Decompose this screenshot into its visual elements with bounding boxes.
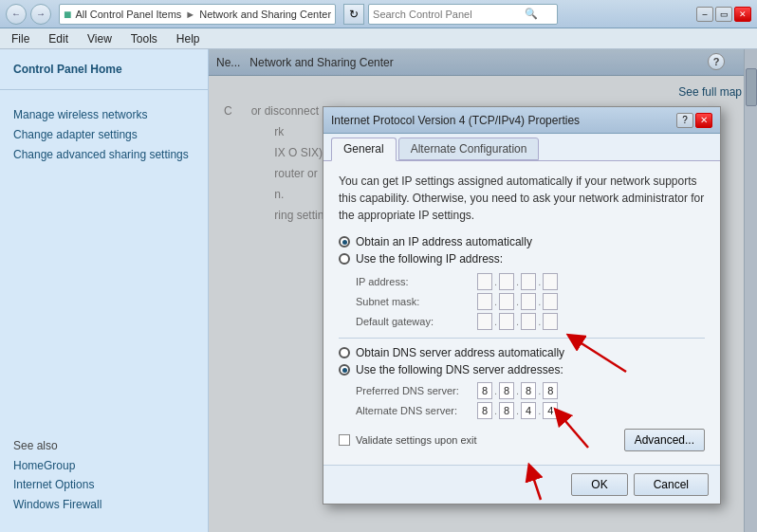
tab-general[interactable]: General (331, 138, 397, 161)
adns-sep-1: . (494, 405, 497, 416)
content-area: Ne... Network and Sharing Center See ful… (209, 49, 757, 532)
gw-cell-3[interactable] (521, 313, 536, 330)
sidebar-home-link[interactable]: Control Panel Home (13, 63, 122, 76)
ip-sep-3: . (538, 276, 541, 287)
pdns-cell-4[interactable] (543, 382, 558, 399)
auto-ip-radio[interactable]: Obtain an IP address automatically (339, 235, 705, 248)
gw-cell-4[interactable] (543, 313, 558, 330)
subnet-cell-3[interactable] (521, 293, 536, 310)
auto-ip-radio-circle (339, 236, 350, 248)
subnet-sep-1: . (494, 296, 497, 307)
tab-alternate-config[interactable]: Alternate Configuration (398, 138, 540, 160)
subnet-cell-1[interactable] (477, 293, 492, 310)
address-part-1: All Control Panel Items (75, 9, 181, 20)
close-button[interactable]: ✕ (734, 7, 751, 22)
minimize-button[interactable]: – (696, 7, 713, 22)
sidebar-item-manage-wireless[interactable]: Manage wireless networks (13, 107, 194, 123)
ip-sep-1: . (494, 276, 497, 287)
bottom-row: Validate settings upon exit Advanced... (339, 427, 705, 453)
menu-view[interactable]: View (83, 30, 116, 47)
ipv4-dialog: Internet Protocol Version 4 (TCP/IPv4) P… (323, 106, 721, 504)
gw-cell-2[interactable] (499, 313, 514, 330)
gw-sep-3: . (538, 316, 541, 327)
menu-tools[interactable]: Tools (127, 30, 161, 47)
alternate-dns-input: . . . (477, 402, 558, 419)
auto-dns-radio-circle (339, 347, 350, 358)
validate-label: Validate settings upon exit (356, 434, 477, 446)
adns-cell-4[interactable] (543, 402, 558, 419)
adns-cell-3[interactable] (521, 402, 536, 419)
forward-button[interactable]: → (30, 4, 51, 25)
pdns-cell-1[interactable] (477, 382, 492, 399)
gateway-label: Default gateway: (356, 316, 470, 327)
subnet-cell-4[interactable] (543, 293, 558, 310)
search-box[interactable]: 🔍 (368, 4, 558, 25)
validate-checkbox[interactable] (339, 434, 350, 446)
menu-file[interactable]: File (8, 30, 33, 47)
auto-dns-label: Obtain DNS server address automatically (356, 346, 564, 359)
subnet-cell-2[interactable] (499, 293, 514, 310)
title-bar-left: ← → ■ All Control Panel Items ► Network … (6, 4, 558, 25)
dialog-title-bar: Internet Protocol Version 4 (TCP/IPv4) P… (323, 107, 720, 134)
help-icon[interactable]: ? (708, 53, 725, 70)
sidebar: Control Panel Home Manage wireless netwo… (0, 49, 209, 532)
sidebar-nav-section: Manage wireless networks Change adapter … (0, 98, 208, 172)
ip-radio-group: Obtain an IP address automatically Use t… (339, 235, 705, 266)
ip-address-label: IP address: (356, 276, 470, 287)
address-part-2: Network and Sharing Center (199, 9, 331, 20)
sidebar-item-change-adapter[interactable]: Change adapter settings (13, 127, 194, 143)
preferred-dns-label: Preferred DNS server: (356, 385, 470, 396)
search-input[interactable] (373, 9, 525, 20)
auto-dns-radio[interactable]: Obtain DNS server address automatically (339, 346, 705, 359)
manual-dns-radio[interactable]: Use the following DNS server addresses: (339, 363, 705, 376)
sidebar-item-homegroup[interactable]: HomeGroup (13, 458, 194, 474)
manual-ip-radio[interactable]: Use the following IP address: (339, 252, 705, 266)
ip-sep-2: . (516, 276, 519, 287)
dialog-controls: ? ✕ (676, 113, 712, 128)
pdns-cell-3[interactable] (521, 382, 536, 399)
adns-sep-3: . (538, 405, 541, 416)
dialog-close-button[interactable]: ✕ (695, 113, 712, 128)
manual-dns-label: Use the following DNS server addresses: (356, 363, 563, 376)
back-button[interactable]: ← (6, 4, 27, 25)
gw-cell-1[interactable] (477, 313, 492, 330)
dns-fields: Preferred DNS server: . . . Alternate (356, 382, 705, 419)
menu-edit[interactable]: Edit (45, 30, 72, 47)
advanced-button[interactable]: Advanced... (624, 429, 705, 451)
ip-fields: IP address: . . . Subnet mask: (356, 273, 705, 330)
ip-cell-1[interactable] (477, 273, 492, 290)
alternate-dns-row: Alternate DNS server: . . . (356, 402, 705, 419)
dialog-help-button[interactable]: ? (676, 113, 693, 128)
menu-help[interactable]: Help (173, 30, 204, 47)
pdns-cell-2[interactable] (499, 382, 514, 399)
adns-sep-2: . (516, 405, 519, 416)
address-bar[interactable]: ■ All Control Panel Items ► Network and … (59, 4, 336, 25)
dialog-footer: OK Cancel (323, 465, 720, 504)
ok-button[interactable]: OK (571, 473, 627, 496)
auto-ip-label: Obtain an IP address automatically (356, 235, 532, 248)
address-path: All Control Panel Items ► Network and Sh… (75, 9, 331, 20)
cancel-button[interactable]: Cancel (634, 473, 709, 496)
sidebar-item-windows-firewall[interactable]: Windows Firewall (13, 497, 194, 513)
ip-cell-3[interactable] (521, 273, 536, 290)
title-bar: ← → ■ All Control Panel Items ► Network … (0, 0, 757, 28)
sidebar-item-change-sharing[interactable]: Change advanced sharing settings (13, 147, 194, 163)
path-separator: ► (185, 9, 195, 20)
maximize-button[interactable]: ▭ (715, 7, 732, 22)
manual-dns-radio-circle (339, 364, 350, 376)
main-layout: Control Panel Home Manage wireless netwo… (0, 49, 757, 532)
ip-cell-2[interactable] (499, 273, 514, 290)
validate-checkbox-row: Validate settings upon exit (339, 434, 477, 446)
preferred-dns-row: Preferred DNS server: . . . (356, 382, 705, 399)
sidebar-divider-1 (0, 89, 208, 90)
gateway-input: . . . (477, 313, 558, 330)
ip-cell-4[interactable] (543, 273, 558, 290)
separator-1 (339, 338, 705, 339)
sidebar-item-internet-options[interactable]: Internet Options (13, 477, 194, 493)
refresh-button[interactable]: ↻ (343, 4, 364, 25)
pdns-sep-3: . (538, 385, 541, 396)
adns-cell-2[interactable] (499, 402, 514, 419)
dialog-tabs: General Alternate Configuration (323, 134, 720, 161)
adns-cell-1[interactable] (477, 402, 492, 419)
manual-ip-label: Use the following IP address: (356, 252, 503, 266)
